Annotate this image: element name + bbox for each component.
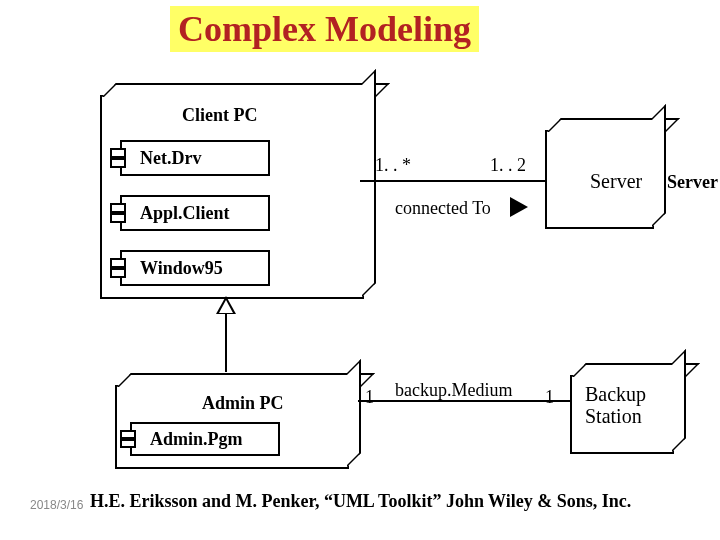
component-admin-pgm-label: Admin.Pgm: [150, 429, 243, 450]
mult-backup-left: 1: [365, 387, 374, 408]
footer-citation: H.E. Eriksson and M. Penker, “UML Toolki…: [90, 491, 631, 512]
label-client-pc: Client PC: [182, 105, 258, 126]
page-title: Complex Modeling: [170, 6, 479, 52]
component-appl-client-label: Appl.Client: [140, 203, 230, 224]
component-window95: Window95: [120, 250, 270, 286]
label-backup-station: BackupStation: [585, 383, 646, 427]
assoc-connected-to-label: connected To: [395, 198, 491, 219]
mult-connected-right: 1. . 2: [490, 155, 526, 176]
label-server: Server: [667, 172, 718, 193]
server-label-text: Server: [590, 170, 642, 193]
component-net-drv: Net.Drv: [120, 140, 270, 176]
label-admin-pc: Admin PC: [202, 393, 284, 414]
component-admin-pgm: Admin.Pgm: [130, 422, 280, 456]
assoc-connected-to-line: [360, 180, 545, 182]
gen-head: [216, 296, 236, 314]
component-appl-client: Appl.Client: [120, 195, 270, 231]
mult-backup-right: 1: [545, 387, 554, 408]
component-net-drv-label: Net.Drv: [140, 148, 201, 169]
gen-line: [225, 312, 227, 372]
arrow-connected-to: [510, 197, 528, 217]
assoc-backup-label: backup.Medium: [395, 380, 512, 401]
mult-connected-left: 1. . *: [375, 155, 411, 176]
footer-date: 2018/3/16: [30, 498, 83, 512]
component-window95-label: Window95: [140, 258, 223, 279]
